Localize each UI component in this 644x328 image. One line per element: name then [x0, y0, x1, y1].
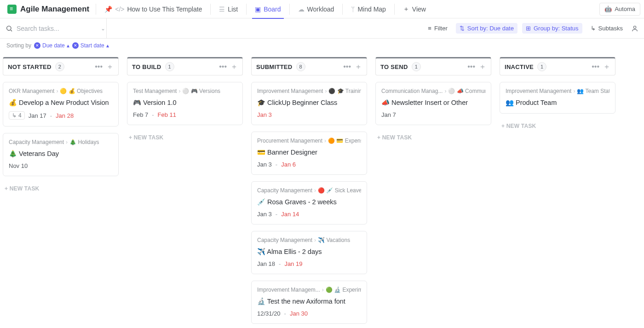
- task-card[interactable]: Capacity Management › 🎄 Holidays 🎄 Veter…: [3, 133, 119, 176]
- column-header: TO SEND 1 ••• ＋: [375, 57, 491, 75]
- due-date: Jan 3: [257, 111, 272, 118]
- divider: [210, 4, 211, 15]
- column-title: INACTIVE: [505, 63, 534, 70]
- sort-chip-due-date[interactable]: ✕ Due date ▴: [34, 42, 69, 49]
- filter-bar: ⌄ ≡ Filter ⇅ Sort by: Due date ⊞ Group b…: [0, 18, 644, 39]
- sort-asc-icon: ▴: [67, 42, 69, 49]
- sort-label: Sort by: Due date: [467, 25, 514, 32]
- date-dash: -: [279, 260, 281, 267]
- start-date: 12/31/20: [257, 310, 281, 317]
- column-menu-icon[interactable]: •••: [592, 63, 599, 71]
- code-icon: </>: [115, 6, 124, 13]
- tab-template[interactable]: 📌 </> How to Use This Template: [99, 0, 207, 18]
- task-card[interactable]: Capacity Management › 🔴 💉 Sick Leave 💉 R…: [251, 181, 367, 224]
- due-date: Jan 6: [281, 161, 296, 168]
- subtasks-button[interactable]: ↳ Subtasks: [587, 23, 627, 34]
- card-breadcrumb: Procurement Management › 🟠 💳 Expenses: [257, 138, 361, 144]
- start-date: Jan 7: [381, 111, 396, 118]
- column-add-icon[interactable]: ＋: [355, 62, 362, 72]
- app-brand: Agile Management: [4, 5, 93, 14]
- tab-board[interactable]: ▣ Board: [249, 0, 286, 18]
- tab-workload[interactable]: ☁ Workload: [293, 0, 340, 18]
- remove-sort-icon[interactable]: ✕: [72, 42, 79, 49]
- column-add-icon[interactable]: ＋: [230, 62, 238, 72]
- card-title: 🎄 Veterans Day: [9, 150, 113, 158]
- column-add-icon[interactable]: ＋: [479, 62, 486, 72]
- column-add-icon[interactable]: ＋: [106, 62, 114, 72]
- column-count: 1: [537, 62, 546, 71]
- divider: [96, 4, 96, 15]
- task-card[interactable]: Procurement Management › 🟠 💳 Expenses 💳 …: [251, 132, 367, 175]
- crumb-project: OKR Management: [9, 88, 54, 94]
- task-card[interactable]: Test Management › ⚪ 🎮 Versions 🎮 Version…: [127, 82, 243, 125]
- date-dash: -: [276, 161, 277, 168]
- task-card[interactable]: Improvement Management › ⚫ 🎓 Trainings 🎓…: [251, 82, 367, 125]
- tab-label: How to Use This Template: [127, 6, 202, 13]
- chevron-right-icon: ›: [314, 187, 316, 194]
- subtasks-badge[interactable]: ↳ 4: [9, 111, 25, 120]
- column-menu-icon[interactable]: •••: [95, 63, 103, 71]
- task-card[interactable]: Improvement Management › 👥 Team Status 👥…: [500, 82, 615, 114]
- sort-button[interactable]: ⇅ Sort by: Due date: [456, 23, 518, 34]
- plus-icon: ＋: [403, 5, 409, 13]
- new-task-button[interactable]: + NEW TASK: [3, 183, 119, 195]
- chevron-down-icon[interactable]: ⌄: [101, 25, 105, 32]
- new-task-button[interactable]: + NEW TASK: [375, 132, 491, 144]
- search-wrap: ⌄: [6, 18, 107, 38]
- automations-button[interactable]: 🤖 Automa: [599, 3, 640, 16]
- sort-chip-label: Start date: [80, 42, 104, 49]
- chevron-right-icon: ›: [314, 237, 316, 243]
- group-label: Group by: Status: [534, 25, 579, 32]
- date-dash: -: [152, 111, 154, 118]
- start-date: Jan 18: [257, 260, 275, 267]
- divider: [342, 4, 343, 15]
- svg-point-2: [633, 26, 636, 28]
- column-menu-icon[interactable]: •••: [219, 63, 227, 71]
- column-title: NOT STARTED: [8, 63, 52, 70]
- sort-chip-start-date[interactable]: ✕ Start date ▴: [72, 42, 109, 49]
- group-button[interactable]: ⊞ Group by: Status: [522, 23, 582, 34]
- task-card[interactable]: OKR Management › 🟡 💰 Objectives 💰 Develo…: [3, 82, 119, 127]
- new-task-button[interactable]: + NEW TASK: [500, 120, 615, 132]
- sort-bar: Sorting by ✕ Due date ▴ ✕ Start date ▴: [0, 39, 644, 52]
- card-title: 💉 Rosa Graves - 2 weeks: [257, 198, 361, 206]
- tab-mindmap[interactable]: ᛘ Mind Map: [345, 0, 391, 18]
- chevron-right-icon: ›: [444, 88, 446, 94]
- column-menu-icon[interactable]: •••: [467, 63, 475, 71]
- chevron-right-icon: ›: [324, 138, 326, 144]
- card-title: 📣 Newsletter Insert or Other: [381, 99, 485, 107]
- task-card[interactable]: Capacity Management › ✈️ Vacations ✈️ Al…: [251, 231, 367, 274]
- user-icon[interactable]: [631, 25, 638, 32]
- task-card[interactable]: Communication Manag... › ⚪ 📣 Communica..…: [375, 82, 491, 125]
- task-card[interactable]: Improvement Managem... › 🟢 🔬 Experime...…: [251, 281, 367, 324]
- add-view-button[interactable]: ＋ View: [397, 0, 431, 18]
- due-date: Jan 19: [284, 260, 302, 267]
- crumb-project: Improvement Management: [257, 88, 323, 94]
- column-header: SUBMITTED 8 ••• ＋: [251, 57, 367, 75]
- top-bar: Agile Management 📌 </> How to Use This T…: [0, 0, 644, 18]
- view-tabs: 📌 </> How to Use This Template ☰ List ▣ …: [99, 0, 431, 18]
- tab-list[interactable]: ☰ List: [213, 0, 243, 18]
- card-title: 🎮 Version 1.0: [133, 99, 237, 107]
- new-task-button[interactable]: + NEW TASK: [127, 132, 243, 144]
- subtasks-icon: ↳: [591, 25, 596, 32]
- filter-button[interactable]: ≡ Filter: [424, 23, 451, 34]
- app-title: Agile Management: [20, 5, 89, 14]
- filter-icon: ≡: [428, 25, 431, 32]
- card-breadcrumb: Improvement Managem... › 🟢 🔬 Experime...: [257, 287, 361, 293]
- sort-prefix: Sorting by: [6, 42, 31, 49]
- chevron-right-icon: ›: [66, 139, 68, 145]
- crumb-list: 🎄 Holidays: [69, 139, 99, 145]
- column-header: INACTIVE 1 ••• ＋: [500, 57, 615, 75]
- sort-asc-icon: ▴: [106, 42, 109, 49]
- card-breadcrumb: Communication Manag... › ⚪ 📣 Communica..…: [381, 88, 485, 94]
- column-count: 8: [296, 62, 305, 71]
- board-icon: ▣: [255, 6, 261, 13]
- column-add-icon[interactable]: ＋: [603, 62, 610, 72]
- search-input[interactable]: [17, 25, 97, 32]
- remove-sort-icon[interactable]: ✕: [34, 42, 40, 49]
- crumb-list: 🟡 💰 Objectives: [60, 88, 103, 94]
- date-dash: -: [50, 112, 52, 119]
- crumb-list: ⚪ 📣 Communica...: [448, 88, 485, 94]
- column-menu-icon[interactable]: •••: [343, 63, 351, 71]
